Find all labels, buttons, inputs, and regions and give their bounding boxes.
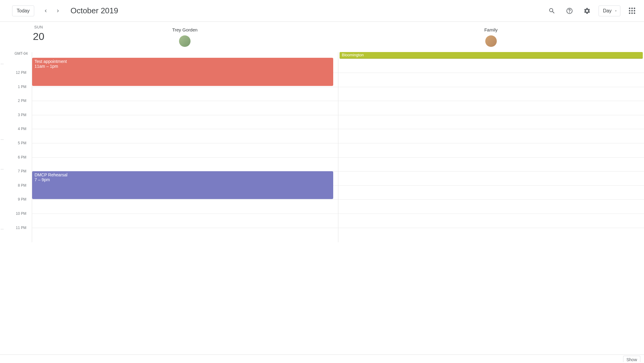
dropdown-icon bbox=[614, 9, 618, 13]
help-button[interactable] bbox=[563, 5, 576, 17]
time-label: 4 PM bbox=[18, 127, 26, 131]
next-button[interactable] bbox=[52, 5, 63, 16]
calendar-column-header-0: Trey Gorden bbox=[32, 22, 338, 52]
event-dmcp-rehearsal[interactable]: DMCP Rehearsal 7 – 9pm bbox=[32, 171, 333, 199]
avatar-0[interactable] bbox=[179, 35, 191, 47]
event-column-0[interactable]: Test appointment 11am – 1pm DMCP Rehears… bbox=[32, 59, 338, 242]
allday-col-1[interactable]: Bloomington bbox=[338, 52, 644, 59]
person-name-0: Trey Gorden bbox=[32, 22, 338, 32]
event-time: 7 – 9pm bbox=[35, 177, 331, 182]
avatar-1[interactable] bbox=[485, 35, 497, 47]
time-label: 6 PM bbox=[18, 155, 26, 159]
time-label: 11 PM bbox=[16, 226, 26, 230]
event-title: DMCP Rehearsal bbox=[35, 172, 331, 177]
view-selector[interactable]: Day bbox=[599, 5, 620, 16]
time-label: 2 PM bbox=[18, 99, 26, 103]
event-test-appointment[interactable]: Test appointment 11am – 1pm bbox=[32, 58, 333, 86]
gear-icon bbox=[583, 7, 591, 15]
apps-button[interactable] bbox=[626, 5, 638, 17]
time-label: 3 PM bbox=[18, 113, 26, 117]
help-icon bbox=[566, 7, 573, 15]
page-title: October 2019 bbox=[71, 6, 118, 15]
chevron-left-icon bbox=[43, 8, 48, 14]
prev-button[interactable] bbox=[40, 5, 51, 16]
time-column: 12 PM 1 PM 2 PM 3 PM 4 PM 5 PM 6 PM 7 PM… bbox=[0, 59, 32, 242]
time-label: 7 PM bbox=[18, 169, 26, 173]
allday-event-bloomington[interactable]: Bloomington bbox=[340, 52, 643, 59]
today-button[interactable]: Today bbox=[12, 5, 34, 16]
header-toolbar: Today October 2019 Day bbox=[0, 0, 644, 22]
view-label: Day bbox=[603, 8, 612, 14]
svg-point-1 bbox=[569, 12, 569, 12]
time-label: 10 PM bbox=[16, 211, 26, 216]
time-label: 8 PM bbox=[18, 183, 26, 188]
time-label: 12 PM bbox=[16, 70, 26, 75]
time-label: 5 PM bbox=[18, 141, 26, 145]
calendar-grid: ⋯ ⋯ ⋯ ⋯ 12 PM 1 PM 2 PM 3 PM 4 PM 5 PM 6… bbox=[0, 59, 644, 242]
event-time: 11am – 1pm bbox=[35, 64, 331, 69]
event-title: Test appointment bbox=[35, 59, 331, 64]
time-label: 1 PM bbox=[18, 85, 26, 89]
search-button[interactable] bbox=[546, 5, 558, 17]
chevron-right-icon bbox=[55, 8, 61, 14]
calendar-column-header-1: Family bbox=[338, 22, 644, 52]
apps-icon bbox=[629, 8, 635, 14]
settings-button[interactable] bbox=[581, 5, 593, 17]
person-name-1: Family bbox=[338, 22, 644, 32]
time-label: 9 PM bbox=[18, 197, 26, 201]
event-column-1[interactable] bbox=[338, 59, 644, 242]
timezone-label: GMT-04 bbox=[15, 51, 28, 56]
columns-header: SUN 20 Trey Gorden Family bbox=[0, 22, 644, 52]
search-icon bbox=[548, 7, 556, 15]
